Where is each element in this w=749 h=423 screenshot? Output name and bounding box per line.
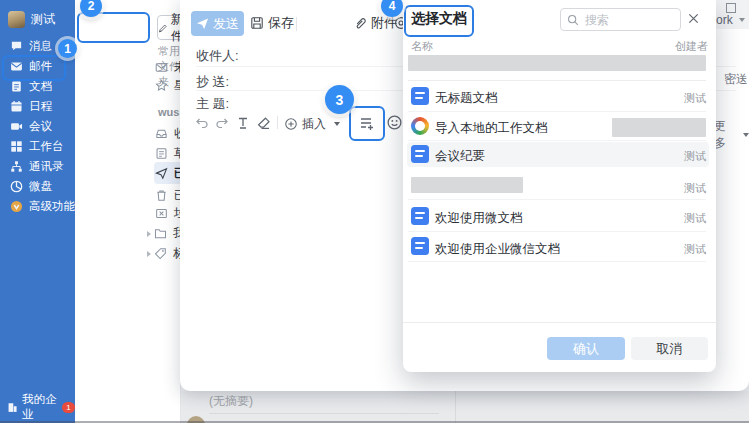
nav-item-my-company[interactable]: 我的企业 1 — [0, 398, 75, 416]
save-button[interactable]: 保存 — [250, 14, 294, 32]
folder-sidebar: 新建邮件 常用文件夹 未读邮件 41 星标邮件 wushan@xty321.w.… — [75, 0, 181, 423]
workspace-dropdown-partial[interactable]: ork — [716, 13, 745, 27]
column-header-creator: 创建者 — [646, 39, 708, 54]
send-plane-icon — [196, 17, 209, 30]
doc-row[interactable]: 无标题文档 测试 — [403, 82, 716, 111]
draft-icon — [155, 147, 168, 160]
junk-mail-icon — [155, 207, 168, 220]
cancel-button[interactable]: 取消 — [631, 337, 708, 360]
bcc-link[interactable]: 密送 — [724, 71, 748, 88]
toolbar-divider — [277, 116, 278, 129]
search-box[interactable] — [560, 8, 681, 31]
workspace-label: ork — [716, 13, 733, 27]
nav-item-label: 工作台 — [29, 139, 64, 154]
envelope-icon — [10, 60, 23, 73]
text-format-icon[interactable] — [235, 115, 251, 131]
avatar — [8, 11, 25, 28]
doc-row[interactable]: 测试 — [403, 171, 716, 199]
cc-field-label: 抄 送: — [196, 73, 229, 91]
my-company-label: 我的企业 — [22, 392, 58, 422]
to-field-label: 收件人: — [196, 47, 239, 65]
close-icon[interactable] — [687, 12, 700, 25]
nav-item-label: 邮件 — [29, 59, 52, 74]
footer-divider — [403, 322, 716, 323]
nav-item-label: 日程 — [29, 99, 52, 114]
blue-doc-icon — [411, 145, 429, 163]
doc-name: 无标题文档 — [435, 90, 498, 107]
doc-creator: 测试 — [646, 149, 706, 164]
column-header-name: 名称 — [411, 39, 433, 54]
background-mail-list: (无摘要) — [180, 391, 749, 423]
folder-icon — [154, 227, 167, 240]
undo-icon[interactable] — [194, 115, 210, 131]
subject-field-label: 主 题: — [196, 95, 229, 113]
emoji-icon[interactable] — [386, 114, 403, 131]
paper-plane-icon — [155, 167, 168, 180]
paperclip-icon — [353, 16, 367, 30]
step-badge-3: 3 — [325, 85, 354, 114]
doc-row[interactable]: 欢迎使用微文档 测试 — [403, 200, 716, 231]
search-input[interactable] — [583, 12, 667, 28]
row-divider — [408, 140, 706, 141]
inbox-icon — [155, 127, 168, 140]
blue-doc-icon — [411, 207, 429, 225]
nav-item-calendar[interactable]: 日程 — [0, 97, 75, 115]
save-label: 保存 — [268, 14, 294, 32]
nav-item-meeting[interactable]: 会议 — [0, 117, 75, 135]
building-icon — [7, 402, 18, 413]
doc-row[interactable]: 欢迎使用企业微信文档 测试 — [403, 231, 716, 261]
expand-caret-icon[interactable] — [147, 251, 151, 257]
expand-caret-icon[interactable] — [147, 231, 151, 237]
redo-icon[interactable] — [214, 115, 230, 131]
doc-creator: 测试 — [646, 181, 706, 196]
nav-item-contacts[interactable]: 通讯录 — [0, 157, 75, 175]
company-badge: 1 — [62, 402, 75, 413]
nav-item-label: 文档 — [29, 79, 52, 94]
grid-icon — [10, 140, 23, 153]
import-doc-icon — [411, 117, 429, 135]
row-divider — [408, 80, 706, 81]
clear-format-eraser-icon[interactable] — [256, 115, 272, 131]
nav-item-advanced[interactable]: 高级功能 — [0, 197, 75, 215]
nav-item-label: 通讯录 — [29, 159, 64, 174]
caret-down-icon — [739, 18, 745, 22]
nav-item-workbench[interactable]: 工作台 — [0, 137, 75, 155]
insert-plus-icon — [284, 117, 298, 131]
doc-row-highlighted[interactable]: 会议纪要 测试 — [407, 142, 709, 167]
org-tree-icon — [10, 160, 23, 173]
doc-creator: 测试 — [646, 242, 706, 257]
unread-mail-icon — [155, 61, 168, 74]
compose-pencil-icon — [158, 22, 168, 34]
list-divider — [209, 413, 439, 414]
app-window-controls: ork — [713, 0, 749, 29]
nav-item-docs[interactable]: 文档 — [0, 77, 75, 95]
confirm-button[interactable]: 确认 — [547, 337, 625, 360]
insert-document-icon[interactable] — [357, 114, 375, 132]
video-camera-icon — [10, 120, 23, 133]
doc-creator: 测试 — [646, 211, 706, 226]
nav-item-label: 会议 — [29, 119, 52, 134]
doc-creator: 测试 — [646, 91, 706, 106]
doc-row[interactable]: 导入本地的工作文档 — [403, 111, 716, 140]
caret-down-icon — [334, 122, 340, 126]
doc-name: 导入本地的工作文档 — [435, 120, 548, 137]
trash-icon — [155, 189, 168, 202]
select-document-dialog: 选择文档 名称 创建者 无标题文档 测试 导入本地的工作文档 会议纪要 — [403, 0, 716, 372]
no-summary-text: (无摘要) — [209, 393, 253, 410]
redacted-creator — [612, 118, 706, 137]
doc-name: 欢迎使用企业微信文档 — [435, 241, 560, 258]
star-icon — [155, 79, 168, 92]
maximize-icon[interactable] — [726, 3, 736, 13]
send-label: 发送 — [213, 15, 239, 33]
redacted-row[interactable] — [408, 55, 706, 71]
chat-bubble-icon — [10, 40, 23, 53]
document-icon — [10, 80, 23, 93]
nav-user-label: 测试 — [31, 11, 55, 28]
nav-item-mail[interactable]: 邮件 — [0, 57, 75, 75]
insert-menu-button[interactable]: 插入 — [284, 115, 340, 133]
dialog-title: 选择文档 — [411, 10, 467, 28]
nav-item-drive[interactable]: 微盘 — [0, 177, 75, 195]
pane-divider — [455, 391, 456, 423]
nav-user[interactable]: 测试 — [0, 9, 75, 29]
send-button[interactable]: 发送 — [191, 11, 244, 36]
